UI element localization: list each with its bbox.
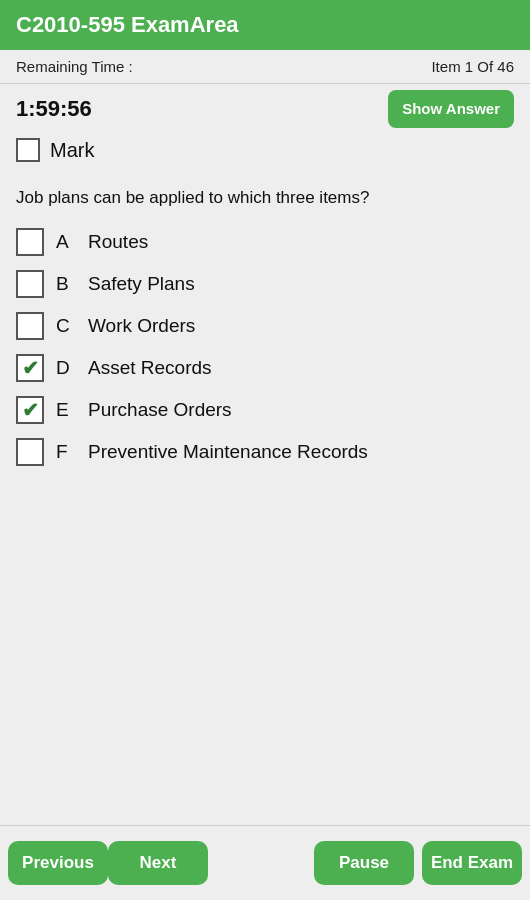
option-row-d[interactable]: ✔DAsset Records bbox=[16, 354, 514, 382]
option-text-c: Work Orders bbox=[88, 315, 195, 337]
show-answer-button[interactable]: Show Answer bbox=[388, 90, 514, 128]
pause-button[interactable]: Pause bbox=[314, 841, 414, 885]
option-text-d: Asset Records bbox=[88, 357, 212, 379]
option-row-e[interactable]: ✔EPurchase Orders bbox=[16, 396, 514, 424]
option-checkbox-e[interactable]: ✔ bbox=[16, 396, 44, 424]
previous-button[interactable]: Previous bbox=[8, 841, 108, 885]
options-container: ARoutesBSafety PlansCWork Orders✔DAsset … bbox=[16, 228, 514, 466]
option-text-b: Safety Plans bbox=[88, 273, 195, 295]
option-checkbox-d[interactable]: ✔ bbox=[16, 354, 44, 382]
option-letter-e: E bbox=[56, 399, 76, 421]
end-exam-button[interactable]: End Exam bbox=[422, 841, 522, 885]
mark-label: Mark bbox=[50, 139, 94, 162]
option-checkbox-b[interactable] bbox=[16, 270, 44, 298]
option-text-e: Purchase Orders bbox=[88, 399, 232, 421]
option-letter-f: F bbox=[56, 441, 76, 463]
next-button[interactable]: Next bbox=[108, 841, 208, 885]
bottom-nav: Previous Next Pause End Exam bbox=[0, 825, 530, 900]
mark-checkbox[interactable] bbox=[16, 138, 40, 162]
item-counter: Item 1 Of 46 bbox=[431, 58, 514, 75]
question-text: Job plans can be applied to which three … bbox=[16, 186, 514, 210]
option-checkbox-a[interactable] bbox=[16, 228, 44, 256]
option-text-a: Routes bbox=[88, 231, 148, 253]
timer-display: 1:59:56 bbox=[16, 96, 92, 122]
option-row-a[interactable]: ARoutes bbox=[16, 228, 514, 256]
timer-row: 1:59:56 Show Answer bbox=[0, 84, 530, 134]
info-bar: Remaining Time : Item 1 Of 46 bbox=[0, 50, 530, 84]
question-area: Job plans can be applied to which three … bbox=[0, 172, 530, 825]
option-row-b[interactable]: BSafety Plans bbox=[16, 270, 514, 298]
option-row-f[interactable]: FPreventive Maintenance Records bbox=[16, 438, 514, 466]
option-letter-a: A bbox=[56, 231, 76, 253]
app-header: C2010-595 ExamArea bbox=[0, 0, 530, 50]
option-row-c[interactable]: CWork Orders bbox=[16, 312, 514, 340]
option-checkbox-f[interactable] bbox=[16, 438, 44, 466]
app-title: C2010-595 ExamArea bbox=[16, 12, 239, 38]
option-letter-b: B bbox=[56, 273, 76, 295]
option-letter-d: D bbox=[56, 357, 76, 379]
mark-row: Mark bbox=[0, 134, 530, 172]
option-text-f: Preventive Maintenance Records bbox=[88, 441, 368, 463]
remaining-time-label: Remaining Time : bbox=[16, 58, 133, 75]
option-letter-c: C bbox=[56, 315, 76, 337]
option-checkbox-c[interactable] bbox=[16, 312, 44, 340]
